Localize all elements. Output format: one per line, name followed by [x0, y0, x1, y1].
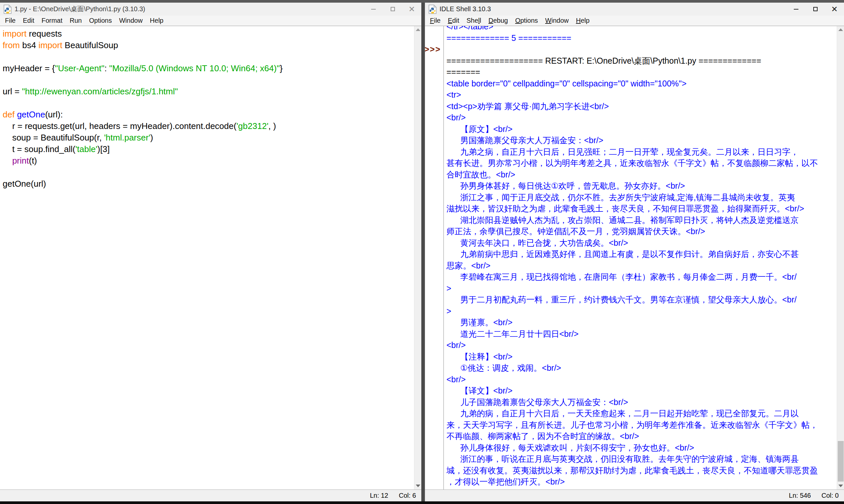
scroll-up-arrow[interactable]: [414, 26, 421, 33]
shell-line: 师正法，余孽俱已搜尽。钟逆倡乱不及一月，党羽姻属皆伏天诛。<br/>: [446, 226, 837, 237]
desktop-top-edge: [0, 0, 844, 3]
shell-line: 九弟之病，自正月十六日后，日见强旺；二月一日开荤，现全复元矣。二月以来，日日习字…: [446, 146, 837, 158]
shell-minimize-button[interactable]: [787, 3, 806, 16]
shell-line: 孙男身体甚好，每日佻达①欢呼，曾无歇息。孙女亦好。<br/>: [446, 180, 837, 192]
shell-line: 湖北崇阳县逆贼钟人杰为乱，攻占崇阳、通城二县。裕制军即日扑灭，将钟人杰及逆党槛送…: [446, 214, 837, 226]
shell-menu-help[interactable]: Help: [572, 16, 593, 25]
shell-line: =======: [446, 66, 837, 78]
shell-line: >: [446, 305, 837, 317]
shell-line: ============= 5 ===========: [446, 32, 837, 44]
shell-line: 九弟前病中思归，近因难觅好伴，且闻道上有虞，是以不复作归计。弟自病好后，亦安心不…: [446, 248, 837, 260]
shell-line: ，才得以一举把他们歼灭。<br/>: [446, 476, 837, 487]
shell-window-title: IDLE Shell 3.10.3: [440, 5, 491, 13]
editor-menu-help[interactable]: Help: [146, 16, 167, 25]
editor-menu-run[interactable]: Run: [66, 16, 86, 25]
shell-line: 【原文】<br/>: [446, 123, 837, 135]
editor-minimize-button[interactable]: [364, 3, 383, 16]
shell-output[interactable]: </tr></table>============= 5 ===========…: [444, 26, 837, 489]
shell-line: >: [446, 283, 837, 294]
shell-menubar: FileEditShellDebugOptionsWindowHelp: [425, 16, 844, 26]
code-line: [3, 74, 414, 86]
shell-menu-edit[interactable]: Edit: [444, 16, 463, 25]
shell-line: 滋扰以来，皆汉奸助之为虐，此辈食毛践土，丧尽天良，不知何日罪恶贯盈，始得聚而歼灭…: [446, 203, 837, 214]
code-line: print(t): [3, 155, 414, 166]
editor-window: 1.py - E:\OneDrive\桌面\Python\1.py (3.10.…: [0, 3, 422, 501]
shell-column-indicator: Col: 0: [816, 492, 844, 499]
shell-line: 浙江的事，听说在正月底与英夷交战，仍旧没有取胜。去年失守的宁波府城，定海、镇海两…: [446, 453, 837, 465]
editor-close-button[interactable]: ✕: [402, 3, 421, 16]
editor-vertical-scrollbar[interactable]: [414, 26, 421, 489]
shell-line: 城，还没有收复。英夷滋扰以来，那帮汉奸助纣为虐，此辈食毛践土，丧尽天良，不知道哪…: [446, 465, 837, 476]
editor-menubar: FileEditFormatRunOptionsWindowHelp: [0, 16, 421, 26]
editor-maximize-button[interactable]: [383, 3, 402, 16]
shell-line: <br/>: [446, 374, 837, 385]
editor-statusbar: Ln: 12 Col: 6: [0, 489, 421, 501]
shell-line: 李碧峰在寓三月，现已找得馆地，在唐同年（李杜）家教书，每月俸金二两，月费一千。<…: [446, 271, 837, 283]
editor-menu-window[interactable]: Window: [116, 16, 146, 25]
code-line: [3, 166, 414, 178]
shell-maximize-button[interactable]: [806, 3, 825, 16]
scroll-down-arrow[interactable]: [837, 482, 844, 489]
minimize-icon: [371, 9, 376, 10]
minimize-icon: [794, 9, 798, 10]
code-line: from bs4 import BeautifulSoup: [3, 40, 414, 51]
shell-menu-shell[interactable]: Shell: [463, 16, 485, 25]
shell-line: 甚有长进。男亦常习小楷，以为明年考差之具，近来改临智永《千字文》帖，不复临颜柳二…: [446, 157, 837, 169]
shell-prompt-gutter: >>>: [425, 26, 444, 489]
code-line: import requests: [3, 28, 414, 40]
shell-vertical-scrollbar[interactable]: [837, 26, 844, 489]
editor-column-indicator: Col: 6: [394, 492, 421, 499]
scrollbar-thumb[interactable]: [838, 441, 844, 482]
editor-textarea[interactable]: import requestsfrom bs4 import Beautiful…: [0, 26, 421, 489]
shell-line: 男谨禀。<br/>: [446, 317, 837, 328]
shell-line: ①佻达：调皮，戏闹。<br/>: [446, 362, 837, 374]
scroll-down-arrow[interactable]: [414, 482, 421, 489]
taskbar-edge: [0, 501, 844, 504]
maximize-icon: [813, 7, 817, 11]
shell-textarea[interactable]: >>> </tr></table>============= 5 =======…: [425, 26, 844, 489]
shell-line: 九弟的病，自正月十六日后，一天天痊愈起来，二月一日起开始吃荤，现已全部复元。二月…: [446, 408, 837, 419]
shell-window: IDLE Shell 3.10.3 ✕ FileEditShellDebugOp…: [425, 3, 844, 501]
editor-menu-edit[interactable]: Edit: [19, 16, 38, 25]
editor-titlebar[interactable]: 1.py - E:\OneDrive\桌面\Python\1.py (3.10.…: [0, 3, 421, 16]
editor-menu-file[interactable]: File: [1, 16, 19, 25]
scroll-up-arrow[interactable]: [837, 26, 844, 33]
editor-code[interactable]: import requestsfrom bs4 import Beautiful…: [0, 26, 414, 489]
shell-line: <table border="0" cellpadding="0" cellsp…: [446, 78, 837, 89]
shell-statusbar: Ln: 546 Col: 0: [425, 489, 844, 501]
shell-line-indicator: Ln: 546: [783, 492, 816, 499]
shell-line: 思家。<br/>: [446, 260, 837, 271]
shell-line: 黄河去年决口，昨已合拢，大功告成矣。<br/>: [446, 237, 837, 249]
shell-titlebar[interactable]: IDLE Shell 3.10.3 ✕: [425, 3, 844, 16]
shell-line: ==================== RESTART: E:\OneDriv…: [446, 55, 837, 67]
shell-line: 【译文】<br/>: [446, 385, 837, 396]
shell-close-button[interactable]: ✕: [825, 3, 844, 16]
shell-line: 不再临颜、柳两家帖了，因为不合时宜的缘故。<br/>: [446, 430, 837, 442]
editor-menu-options[interactable]: Options: [86, 16, 116, 25]
editor-line-indicator: Ln: 12: [364, 492, 394, 499]
shell-line: <tr>: [446, 89, 837, 101]
code-line: [3, 51, 414, 63]
python-shell-icon: [428, 5, 437, 14]
code-line: def getOne(url):: [3, 109, 414, 120]
shell-line: </tr></table>: [446, 26, 837, 32]
shell-line: 儿子国藩跪着禀告父母亲大人万福金安：<br/>: [446, 396, 837, 408]
shell-line: 来，天天学习写字，且有所长进。儿子也常习小楷，为明年考差作准备。近来改临智永《千…: [446, 419, 837, 431]
editor-menu-format[interactable]: Format: [38, 16, 66, 25]
shell-menu-file[interactable]: File: [426, 16, 444, 25]
shell-menu-window[interactable]: Window: [541, 16, 572, 25]
code-line: r = requests.get(url, headers = myHeader…: [3, 120, 414, 132]
shell-line: 合时宜故也。<br/>: [446, 169, 837, 180]
shell-line: 浙江之事，闻于正月底交战，仍尔不胜。去岁所失宁波府城,定海,镇海二县城尚未收复。…: [446, 192, 837, 203]
shell-line: 道光二十二年二月廿十四日<br/>: [446, 328, 837, 340]
shell-line: 男国藩跪禀父母亲大人万福金安：<br/>: [446, 134, 837, 146]
shell-menu-debug[interactable]: Debug: [485, 16, 512, 25]
shell-line: <br/>: [446, 112, 837, 123]
shell-menu-options[interactable]: Options: [512, 16, 541, 25]
shell-line: [446, 43, 837, 55]
shell-line: 男于二月初配丸药一料，重三斤，约计费钱六千文。男等在京谨慎，望父母亲大人放心。<…: [446, 294, 837, 305]
code-line: t = soup.find_all('table')[3]: [3, 143, 414, 155]
code-line: soup = BeautifulSoup(r, 'html.parser'): [3, 132, 414, 143]
shell-line: <br/>: [446, 339, 837, 351]
python-file-icon: [3, 5, 12, 14]
